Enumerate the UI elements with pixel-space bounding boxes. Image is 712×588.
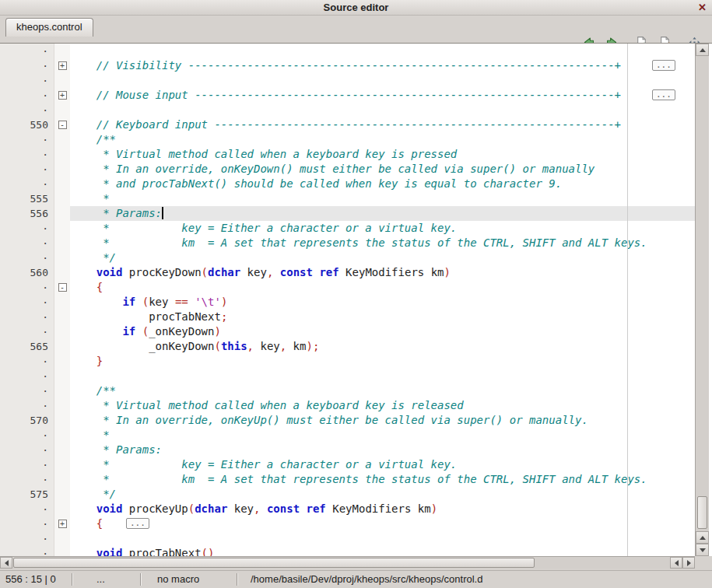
code-line[interactable]: {...: [70, 516, 695, 531]
line-number[interactable]: 550: [0, 117, 54, 132]
scroll-up-secondary-button[interactable]: [696, 531, 709, 544]
code-line[interactable]: * Params:: [70, 443, 695, 457]
code-line[interactable]: * key = Either a character or a virtual …: [70, 221, 695, 236]
code-token: */: [70, 488, 116, 500]
code-line[interactable]: * and procTabNext() should be called whe…: [70, 177, 695, 191]
line-number[interactable]: 575: [0, 487, 54, 502]
horizontal-scroll-thumb[interactable]: [13, 558, 535, 568]
line-number[interactable]: ·: [0, 236, 54, 250]
code-line[interactable]: * In an override, onKeyDown() must eithe…: [70, 162, 695, 177]
fold-collapse-icon[interactable]: -: [58, 283, 67, 292]
code-line[interactable]: * km = A set that represents the status …: [70, 236, 695, 250]
line-number[interactable]: ·: [0, 398, 54, 413]
folded-block-ellipsis[interactable]: ...: [652, 60, 675, 71]
code-line[interactable]: [70, 44, 695, 58]
line-number[interactable]: ·: [0, 73, 54, 88]
scroll-left-secondary-button[interactable]: [670, 557, 682, 569]
code-line[interactable]: /**: [70, 383, 695, 398]
tab-kheops-control[interactable]: kheops.control: [5, 18, 93, 37]
code-area[interactable]: // Visibility --------------------------…: [70, 44, 695, 556]
fold-expand-icon[interactable]: +: [58, 520, 67, 528]
line-number[interactable]: 565: [0, 339, 54, 354]
code-line[interactable]: if (_onKeyDown): [70, 324, 695, 339]
line-number[interactable]: ·: [0, 516, 54, 531]
code-token: * and procTabNext() should be called whe…: [70, 177, 562, 190]
code-line[interactable]: }: [70, 354, 695, 369]
line-number[interactable]: 570: [0, 413, 54, 428]
left-arrow-icon: [5, 560, 9, 566]
fold-expand-icon[interactable]: +: [58, 61, 67, 70]
line-number[interactable]: ·: [0, 383, 54, 398]
line-number[interactable]: ·: [0, 280, 54, 295]
code-line[interactable]: _onKeyDown(this, key, km);: [70, 339, 695, 354]
code-token: ): [444, 266, 451, 278]
code-line[interactable]: /**: [70, 132, 695, 147]
code-line[interactable]: // Mouse input -------------------------…: [70, 88, 695, 103]
fold-cell: [54, 354, 70, 369]
code-token: const: [280, 266, 313, 278]
fold-collapse-icon[interactable]: -: [58, 121, 67, 129]
code-line[interactable]: *: [70, 428, 695, 443]
code-line[interactable]: [70, 73, 695, 88]
fold-cell: [54, 250, 70, 265]
code-line[interactable]: * key = Either a character or a virtual …: [70, 457, 695, 472]
line-number[interactable]: ·: [0, 354, 54, 369]
fold-expand-icon[interactable]: +: [58, 91, 67, 100]
line-number[interactable]: ·: [0, 472, 54, 487]
code-line[interactable]: * km = A set that represents the status …: [70, 472, 695, 487]
scroll-up-button[interactable]: [696, 44, 709, 56]
line-number[interactable]: ·: [0, 88, 54, 103]
line-number[interactable]: ·: [0, 428, 54, 443]
line-number[interactable]: ·: [0, 546, 54, 556]
line-number[interactable]: ·: [0, 369, 54, 383]
line-number[interactable]: ·: [0, 58, 54, 73]
code-token: * In an override, onKeyUp() must either …: [70, 414, 588, 426]
line-number[interactable]: ·: [0, 295, 54, 310]
code-line[interactable]: * Virtual method called when a keyboard …: [70, 147, 695, 162]
scroll-down-button[interactable]: [696, 544, 709, 556]
code-line[interactable]: *: [70, 191, 695, 206]
line-number[interactable]: ·: [0, 162, 54, 177]
code-line[interactable]: */: [70, 250, 695, 265]
code-line[interactable]: */: [70, 487, 695, 502]
line-number[interactable]: ·: [0, 250, 54, 265]
line-number[interactable]: ·: [0, 531, 54, 546]
code-line[interactable]: void procTabNext(): [70, 546, 695, 556]
line-number[interactable]: ·: [0, 147, 54, 162]
line-number[interactable]: ·: [0, 177, 54, 191]
code-line[interactable]: [70, 531, 695, 546]
code-line[interactable]: procTabNext;: [70, 310, 695, 324]
code-line[interactable]: void procKeyDown(dchar key, const ref Ke…: [70, 265, 695, 280]
folded-block-ellipsis[interactable]: ...: [126, 518, 149, 529]
code-token: _onKeyDown: [149, 325, 214, 338]
line-number[interactable]: 555: [0, 191, 54, 206]
close-icon[interactable]: ✕: [698, 0, 707, 16]
line-number[interactable]: ·: [0, 324, 54, 339]
code-line[interactable]: void procKeyUp(dchar key, const ref KeyM…: [70, 502, 695, 516]
code-line[interactable]: if (key == '\t'): [70, 295, 695, 310]
code-line[interactable]: {: [70, 280, 695, 295]
vertical-scroll-thumb[interactable]: [697, 496, 707, 529]
code-line[interactable]: // Keyboard input ----------------------…: [70, 117, 695, 132]
line-number[interactable]: ·: [0, 502, 54, 516]
line-number[interactable]: ·: [0, 132, 54, 147]
folded-block-ellipsis[interactable]: ...: [652, 89, 675, 100]
line-number[interactable]: ·: [0, 221, 54, 236]
scroll-right-button[interactable]: [682, 557, 695, 569]
code-line[interactable]: // Visibility --------------------------…: [70, 58, 695, 73]
code-line[interactable]: [70, 369, 695, 383]
vertical-scrollbar[interactable]: [695, 44, 709, 556]
code-line[interactable]: * Virtual method called when a keyboard …: [70, 398, 695, 413]
code-line[interactable]: * Params:: [70, 206, 695, 221]
code-line[interactable]: [70, 103, 695, 117]
line-number[interactable]: ·: [0, 443, 54, 457]
line-number[interactable]: ·: [0, 103, 54, 117]
line-number[interactable]: 556: [0, 206, 54, 221]
line-number[interactable]: ·: [0, 310, 54, 324]
scroll-left-button[interactable]: [0, 557, 12, 569]
line-number[interactable]: ·: [0, 457, 54, 472]
code-line[interactable]: * In an override, onKeyUp() must either …: [70, 413, 695, 428]
horizontal-scrollbar[interactable]: [0, 556, 695, 569]
line-number[interactable]: ·: [0, 44, 54, 58]
line-number[interactable]: 560: [0, 265, 54, 280]
